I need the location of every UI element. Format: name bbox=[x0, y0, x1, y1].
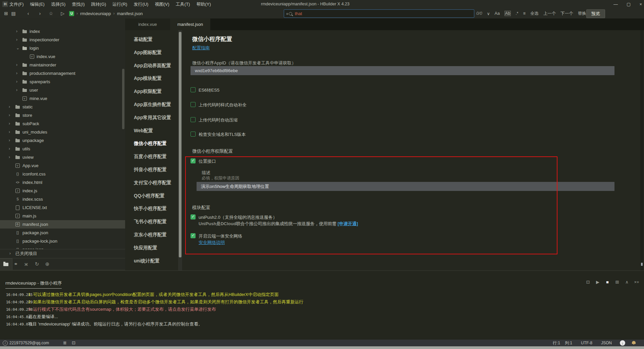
config-nav-9[interactable]: 百度小程序配置 bbox=[134, 153, 167, 160]
console-close-icon[interactable]: ×+ bbox=[634, 280, 639, 285]
debug-panel-icon[interactable]: ж bbox=[22, 258, 30, 270]
tab-index-vue[interactable]: index.vue bbox=[125, 18, 170, 30]
tree-chevron-icon[interactable]: › bbox=[16, 27, 17, 36]
config-nav-11[interactable]: 支付宝小程序配置 bbox=[134, 179, 171, 186]
search-input[interactable]: ≡ that bbox=[284, 9, 474, 18]
tree-item-inspectionorder[interactable]: ›inspectionorder bbox=[0, 36, 125, 44]
menu-g[interactable]: 跳转(G) bbox=[91, 1, 106, 7]
encoding-indicator[interactable]: UTF-8 bbox=[581, 340, 592, 346]
tree-item-uview[interactable]: ›uview bbox=[0, 153, 125, 161]
tree-item-package.json[interactable]: [ ]package.json bbox=[0, 229, 125, 237]
unipush-checkbox[interactable] bbox=[191, 214, 196, 219]
menu-t[interactable]: 工具(T) bbox=[176, 1, 190, 7]
notification-bell-icon[interactable] bbox=[632, 341, 636, 344]
tree-chevron-icon[interactable]: › bbox=[9, 136, 10, 145]
multiline-toggle[interactable]: ≡ bbox=[523, 11, 525, 16]
find-next-button[interactable]: 下一个 bbox=[560, 11, 573, 16]
tree-item-index.html[interactable]: <>index.html bbox=[0, 178, 125, 187]
menu-e[interactable]: 编辑(E) bbox=[30, 1, 45, 7]
option-checkbox-1[interactable] bbox=[191, 102, 196, 107]
config-nav-1[interactable]: App图标配置 bbox=[134, 49, 162, 56]
tree-item-login[interactable]: ⌄login bbox=[0, 44, 125, 52]
console-export-icon[interactable]: ⊞ bbox=[614, 280, 620, 285]
tree-item-App.vue[interactable]: VApp.vue bbox=[0, 161, 125, 170]
config-nav-2[interactable]: App启动界面配置 bbox=[134, 62, 171, 69]
config-nav-15[interactable]: 京东小程序配置 bbox=[134, 231, 167, 238]
breadcrumb[interactable]: U › rmdeviceuniapp › manifest.json bbox=[69, 8, 143, 18]
tree-chevron-icon[interactable]: ⌄ bbox=[16, 44, 19, 52]
tree-chevron-icon[interactable]: › bbox=[9, 153, 10, 161]
tree-item-pages.json[interactable]: [ ]pages.json bbox=[0, 245, 125, 249]
preview-button[interactable]: 预览 bbox=[586, 9, 605, 18]
config-nav-6[interactable]: App常用其它设置 bbox=[134, 114, 171, 121]
console-run-icon[interactable]: ▶ bbox=[595, 280, 600, 285]
new-file-icon[interactable]: ⊞ bbox=[2, 8, 10, 18]
breadcrumb-file[interactable]: manifest.json bbox=[117, 11, 143, 16]
tree-item-index.vue[interactable]: Vindex.vue bbox=[0, 52, 125, 61]
tree-item-index[interactable]: ›index bbox=[0, 27, 125, 36]
tree-chevron-icon[interactable]: › bbox=[9, 128, 10, 136]
desc-input[interactable]: 演示onShow生命周期获取地理位置 bbox=[197, 182, 614, 191]
tree-item-LICENSE.txt[interactable]: LICENSE.txt bbox=[0, 203, 125, 212]
tree-chevron-icon[interactable]: › bbox=[16, 36, 17, 44]
preview-pane-icon[interactable]: ⊡ bbox=[72, 340, 75, 346]
unipush-apply-link[interactable]: [申请开通] bbox=[338, 221, 358, 226]
menu-v[interactable]: 视图(V) bbox=[155, 1, 169, 7]
match-case-toggle[interactable]: Aa bbox=[495, 11, 500, 16]
console-collapse-icon[interactable]: ∧ bbox=[624, 280, 630, 285]
panel-tab-active[interactable] bbox=[0, 258, 12, 270]
tree-chevron-icon[interactable]: › bbox=[16, 69, 17, 78]
console-stop-icon[interactable]: ■ bbox=[605, 280, 610, 285]
tree-item-productionmanagement[interactable]: ›productionmanagement bbox=[0, 69, 125, 78]
account-email[interactable]: 2219737529@qq.com bbox=[9, 340, 49, 346]
tree-item-utils[interactable]: ›utils bbox=[0, 145, 125, 153]
config-nav-10[interactable]: 抖音小程序配置 bbox=[134, 166, 167, 173]
file-tree-scrollbar[interactable] bbox=[122, 69, 124, 129]
editor-scrollbar[interactable] bbox=[640, 30, 643, 272]
config-nav-4[interactable]: App权限配置 bbox=[134, 88, 162, 95]
tree-item-static[interactable]: ›static bbox=[0, 103, 125, 111]
menu-s[interactable]: 选择(S) bbox=[51, 1, 65, 7]
breadcrumb-project[interactable]: rmdeviceuniapp bbox=[80, 11, 111, 16]
config-nav-13[interactable]: 快手小程序配置 bbox=[134, 205, 167, 212]
config-nav-17[interactable]: uni统计配置 bbox=[134, 257, 160, 264]
tab-manifest-json[interactable]: manifest.json bbox=[170, 18, 210, 30]
config-nav-0[interactable]: 基础配置 bbox=[134, 36, 153, 43]
close-icon[interactable]: × bbox=[639, 2, 642, 7]
tree-item-package-lock.json[interactable]: [ ]package-lock.json bbox=[0, 237, 125, 245]
tree-chevron-icon[interactable]: › bbox=[16, 78, 17, 86]
run-icon[interactable]: ▷ bbox=[59, 8, 66, 18]
menu-r[interactable]: 运行(R) bbox=[112, 1, 127, 7]
cloud-panel-icon[interactable]: ⊕ bbox=[43, 258, 51, 270]
tree-item-index.scss[interactable]: Sindex.scss bbox=[0, 195, 125, 203]
menu-i[interactable]: 查找(I) bbox=[72, 1, 85, 7]
tree-chevron-icon[interactable]: › bbox=[9, 111, 10, 119]
console-grid-icon[interactable]: ⊡ bbox=[585, 280, 591, 285]
secure-network-checkbox[interactable] bbox=[191, 233, 196, 238]
download-icon[interactable]: ↓ bbox=[620, 340, 625, 346]
config-nav-7[interactable]: Web配置 bbox=[134, 127, 153, 134]
secure-network-link[interactable]: 安全网络说明 bbox=[199, 240, 225, 246]
select-all-button[interactable]: 全选 bbox=[530, 11, 539, 16]
minimize-icon[interactable]: — bbox=[613, 2, 618, 7]
config-nav-12[interactable]: QQ小程序配置 bbox=[134, 192, 165, 199]
tree-chevron-icon[interactable]: › bbox=[9, 103, 10, 111]
maximize-icon[interactable]: ▢ bbox=[627, 2, 631, 7]
tree-item-user[interactable]: ›user bbox=[0, 86, 125, 94]
tree-item-uni_modules[interactable]: ›uni_modules bbox=[0, 128, 125, 136]
tree-item-spareparts[interactable]: ›spareparts bbox=[0, 78, 125, 86]
tree-item-mine.vue[interactable]: Vmine.vue bbox=[0, 94, 125, 103]
tree-chevron-icon[interactable]: › bbox=[9, 145, 10, 153]
back-icon[interactable]: ‹ bbox=[24, 8, 32, 18]
tree-chevron-icon[interactable]: › bbox=[16, 61, 17, 69]
find-dropdown-icon[interactable]: ∨ bbox=[487, 11, 490, 16]
tree-item-iconfont.css[interactable]: { }iconfont.css bbox=[0, 170, 125, 178]
option-checkbox-0[interactable] bbox=[191, 87, 196, 92]
console-tab[interactable]: rmdeviceuniapp - 微信小程序 bbox=[5, 280, 62, 289]
config-nav-8[interactable]: 微信小程序配置 bbox=[134, 140, 167, 147]
config-nav-14[interactable]: 飞书小程序配置 bbox=[134, 218, 167, 225]
filetype-indicator[interactable]: JSON bbox=[601, 340, 612, 346]
tree-chevron-icon[interactable]: › bbox=[16, 86, 17, 94]
menu-f[interactable]: 文件(F) bbox=[9, 1, 24, 7]
refresh-panel-icon[interactable]: ↻ bbox=[33, 258, 41, 270]
